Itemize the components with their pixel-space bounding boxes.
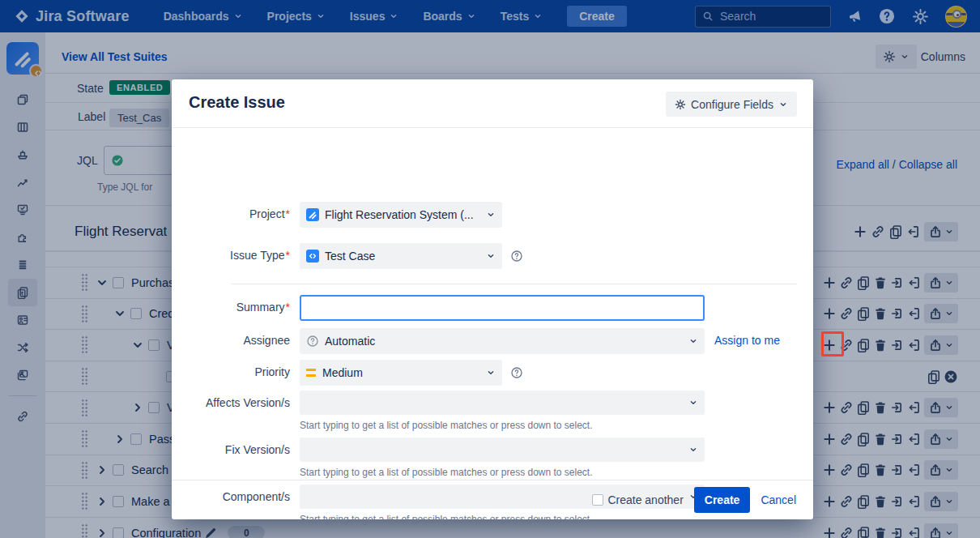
priority-label: Priority <box>172 365 290 378</box>
issue-type-select[interactable]: Test Case <box>300 243 502 269</box>
chevron-down-icon <box>486 251 496 261</box>
assignee-select[interactable]: Automatic <box>300 328 705 354</box>
chevron-down-icon <box>688 445 698 455</box>
issue-type-label: Issue Type* <box>172 249 290 262</box>
fix-version-label: Fix Version/s <box>172 443 290 456</box>
dialog-footer: Create another Create Cancel <box>172 480 813 519</box>
assignee-label: Assignee <box>172 334 290 347</box>
create-submit-button[interactable]: Create <box>694 487 751 513</box>
chevron-down-icon <box>486 210 496 220</box>
configure-fields-button[interactable]: Configure Fields <box>666 92 797 117</box>
divider <box>232 284 797 284</box>
priority-select[interactable]: Medium <box>300 360 502 386</box>
affects-version-helper: Start typing to get a list of possible m… <box>300 420 593 431</box>
automatic-avatar-icon <box>306 335 319 348</box>
create-issue-dialog: Create Issue Configure Fields Project* F… <box>172 79 813 519</box>
test-case-type-icon <box>306 250 319 263</box>
chevron-down-icon <box>688 336 698 346</box>
project-icon <box>306 208 319 221</box>
project-select[interactable]: Flight Reservation System (... <box>300 202 502 228</box>
create-another-checkbox[interactable]: Create another <box>592 493 683 506</box>
issue-type-help-icon[interactable] <box>510 250 523 263</box>
gear-icon <box>675 99 686 110</box>
fix-version-helper: Start typing to get a list of possible m… <box>300 467 593 478</box>
chevron-down-icon <box>688 398 698 408</box>
affects-version-select[interactable] <box>300 391 705 415</box>
dialog-title: Create Issue <box>189 93 285 112</box>
dialog-header: Create Issue Configure Fields <box>172 79 813 128</box>
chevron-down-icon <box>778 100 788 109</box>
project-label: Project* <box>172 207 290 220</box>
cancel-link[interactable]: Cancel <box>761 493 796 506</box>
fix-version-select[interactable] <box>300 438 705 462</box>
highlight-annotation-box <box>821 331 844 357</box>
priority-medium-icon <box>306 369 316 377</box>
priority-help-icon[interactable] <box>510 366 523 379</box>
checkbox[interactable] <box>592 494 603 506</box>
chevron-down-icon <box>486 368 496 378</box>
summary-label: Summary* <box>172 301 290 314</box>
summary-input[interactable] <box>300 295 705 321</box>
assign-to-me-link[interactable]: Assign to me <box>714 334 780 347</box>
affects-version-label: Affects Version/s <box>172 396 290 409</box>
